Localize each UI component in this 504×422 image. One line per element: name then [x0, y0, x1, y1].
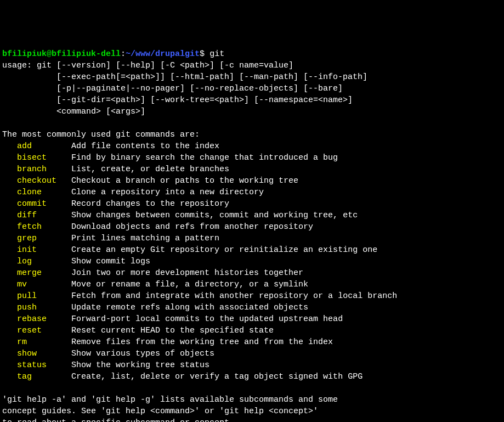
git-cmd-desc: Add file contents to the index: [71, 142, 219, 151]
git-cmd-desc: Forward-port local commits to the update…: [71, 314, 343, 324]
git-cmd-show: show: [17, 348, 66, 359]
git-cmd-desc: Move or rename a file, a directory, or a…: [71, 280, 308, 289]
git-cmd-fetch: fetch: [17, 221, 66, 233]
git-cmd-reset: reset: [17, 325, 66, 336]
prompt-dollar: $: [200, 49, 205, 59]
git-cmd-desc: Record changes to the repository: [71, 199, 229, 209]
git-cmd-mv: mv: [17, 279, 66, 290]
git-cmd-pull: pull: [17, 290, 66, 302]
git-cmd-desc: Show commit logs: [71, 257, 150, 266]
git-cmd-desc: Download objects and refs from another r…: [71, 222, 313, 232]
usage-line-2: [-p|--paginate|--no-pager] [--no-replace…: [2, 84, 343, 93]
command-text: git: [209, 49, 224, 59]
git-cmd-log: log: [17, 256, 66, 267]
git-cmd-desc: Find by binary search the change that in…: [71, 153, 338, 162]
git-cmd-branch: branch: [17, 164, 66, 175]
git-cmd-desc: Create, list, delete or verify a tag obj…: [71, 372, 363, 381]
git-cmd-desc: List, create, or delete branches: [71, 165, 229, 174]
section-header: The most commonly used git commands are:: [2, 130, 200, 139]
git-cmd-bisect: bisect: [17, 152, 66, 164]
git-cmd-desc: Update remote refs along with associated…: [71, 303, 308, 312]
prompt-user-host: bfilipiuk@bfilipiuk-dell: [2, 49, 121, 59]
command-list: add Add file contents to the index bisec…: [2, 140, 502, 382]
git-cmd-merge: merge: [17, 267, 66, 279]
git-cmd-checkout: checkout: [17, 175, 66, 187]
git-cmd-desc: Checkout a branch or paths to the workin…: [71, 176, 298, 185]
prompt-line-1: bfilipiuk@bfilipiuk-dell:~/www/drupalgit…: [2, 49, 224, 59]
usage-line-3: [--git-dir=<path>] [--work-tree=<path>] …: [2, 95, 353, 105]
git-cmd-push: push: [17, 302, 66, 313]
git-cmd-commit: commit: [17, 198, 66, 210]
git-cmd-desc: Show changes between commits, commit and…: [71, 211, 358, 220]
prompt-colon: :: [121, 49, 126, 59]
git-cmd-init: init: [17, 244, 66, 256]
git-cmd-desc: Show various types of objects: [71, 349, 214, 358]
git-cmd-clone: clone: [17, 187, 66, 198]
git-cmd-desc: Print lines matching a pattern: [71, 234, 219, 243]
footer-line-0: 'git help -a' and 'git help -g' lists av…: [2, 395, 338, 404]
usage-line-4: <command> [<args>]: [2, 107, 145, 116]
git-cmd-desc: Create an empty Git repository or reinit…: [71, 245, 377, 255]
git-cmd-rebase: rebase: [17, 313, 66, 325]
usage-line-1: [--exec-path[=<path>]] [--html-path] [--…: [2, 72, 367, 82]
git-cmd-desc: Fetch from and integrate with another re…: [71, 291, 397, 301]
git-cmd-desc: Join two or more development histories t…: [71, 268, 303, 278]
terminal-output[interactable]: bfilipiuk@bfilipiuk-dell:~/www/drupalgit…: [2, 48, 502, 422]
git-cmd-desc: Clone a repository into a new directory: [71, 188, 264, 197]
footer-line-2: to read about a specific subcommand or c…: [2, 418, 234, 422]
git-cmd-diff: diff: [17, 210, 66, 221]
git-cmd-tag: tag: [17, 371, 66, 382]
footer-line-1: concept guides. See 'git help <command>'…: [2, 407, 318, 416]
git-cmd-add: add: [17, 140, 66, 152]
git-cmd-desc: Reset current HEAD to the specified stat…: [71, 326, 274, 335]
git-cmd-status: status: [17, 359, 66, 371]
usage-line-0: usage: git [--version] [--help] [-C <pat…: [2, 61, 293, 70]
git-cmd-desc: Remove files from the working tree and f…: [71, 337, 333, 347]
prompt-path: ~/www/drupalgit: [126, 49, 200, 59]
git-cmd-desc: Show the working tree status: [71, 361, 209, 370]
git-cmd-grep: grep: [17, 233, 66, 244]
git-cmd-rm: rm: [17, 336, 66, 348]
